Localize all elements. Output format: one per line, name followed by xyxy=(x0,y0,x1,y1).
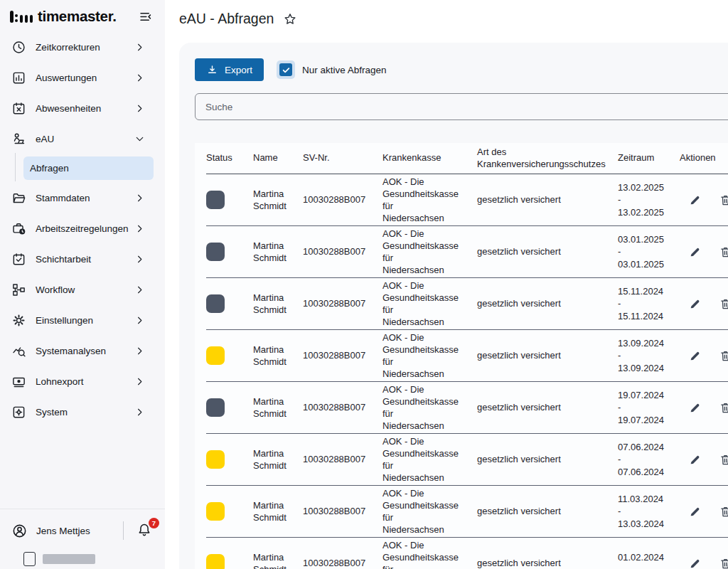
delete-icon[interactable] xyxy=(719,505,728,519)
cell-art: gesetzlich versichert xyxy=(477,505,618,517)
cell-zeitraum: 19.07.2024 - 19.07.2024 xyxy=(618,389,680,425)
briefcase-clock-icon xyxy=(11,221,26,236)
col-zeitraum: Zeitraum xyxy=(618,152,680,164)
notification-badge: 7 xyxy=(149,518,159,528)
col-name: Name xyxy=(253,152,303,164)
sidebar-item-einstellungen[interactable]: Einstellungen xyxy=(0,305,165,336)
gear-icon xyxy=(11,313,26,328)
check-icon xyxy=(282,65,291,75)
chevron-right-icon xyxy=(134,223,145,234)
cell-sv-nr: 10030288B007 xyxy=(303,245,382,257)
delete-icon[interactable] xyxy=(719,349,728,363)
table-row: Martina Schmidt 10030288B007 AOK - Die G… xyxy=(206,278,728,330)
timemaster-logo-icon xyxy=(10,10,33,23)
table-row: Martina Schmidt 10030288B007 AOK - Die G… xyxy=(206,226,728,278)
delete-icon[interactable] xyxy=(719,193,728,207)
sidebar-item-auswertungen[interactable]: Auswertungen xyxy=(0,63,165,93)
cell-krankenkasse: AOK - Die Gesundheitskasse für Niedersac… xyxy=(382,487,477,536)
chevron-right-icon xyxy=(134,407,145,418)
active-filter-checkbox[interactable]: Nur aktive Abfragen xyxy=(277,60,387,79)
status-badge xyxy=(206,294,225,313)
cell-zeitraum: 01.02.2024 - xyxy=(618,551,680,569)
delete-icon[interactable] xyxy=(719,245,728,259)
edit-icon[interactable] xyxy=(688,401,702,415)
chevron-right-icon xyxy=(134,193,145,203)
sidebar-item-stammdaten[interactable]: Stammdaten xyxy=(0,183,165,213)
col-krankenkasse: Krankenkasse xyxy=(382,152,477,164)
sidebar-item-lohnexport[interactable]: Lohnexport xyxy=(0,366,165,397)
cell-zeitraum: 13.09.2024 - 13.09.2024 xyxy=(618,337,680,373)
sidebar-item-label: Schichtarbeit xyxy=(36,254,134,265)
bell-icon[interactable]: 7 xyxy=(136,522,154,539)
cell-name: Martina Schmidt xyxy=(253,395,303,420)
edit-icon[interactable] xyxy=(688,297,702,311)
cell-krankenkasse: AOK - Die Gesundheitskasse für Niedersac… xyxy=(382,383,477,432)
sidebar-item-label: Auswertungen xyxy=(36,73,134,83)
cell-zeitraum: 03.01.2025 - 03.01.2025 xyxy=(618,233,680,270)
workflow-icon xyxy=(11,282,26,297)
page-header: eAU - Abfragen xyxy=(179,11,297,27)
sidebar-item-label: Workflow xyxy=(36,284,134,295)
sidebar-item-label: Zeitkorrekturen xyxy=(36,42,134,53)
clock-icon xyxy=(11,40,26,55)
cutoff-icon xyxy=(23,552,36,566)
status-badge xyxy=(206,450,225,469)
sidebar-item-schichtarbeit[interactable]: Schichtarbeit xyxy=(0,244,165,275)
sidebar-item-abfragen-active[interactable]: Abfragen xyxy=(23,156,154,180)
sidebar-submenu-eau: Abfragen xyxy=(0,154,165,183)
sidebar-item-system[interactable]: System xyxy=(0,397,165,427)
cell-name: Martina Schmidt xyxy=(253,344,303,368)
edit-icon[interactable] xyxy=(688,453,702,467)
sidebar-item-zeitkorrekturen[interactable]: Zeitkorrekturen xyxy=(0,32,165,63)
cell-art: gesetzlich versichert xyxy=(477,453,618,465)
delete-icon[interactable] xyxy=(719,401,728,415)
edit-icon[interactable] xyxy=(688,557,702,569)
col-art: Art des Krankenversicherungsschutzes xyxy=(477,147,618,171)
cell-art: gesetzlich versichert xyxy=(477,401,618,413)
search-input[interactable] xyxy=(195,93,728,120)
footer-divider xyxy=(123,521,124,540)
cell-sv-nr: 10030288B007 xyxy=(303,349,382,361)
sidebar-item-workflow[interactable]: Workflow xyxy=(0,275,165,305)
chevron-right-icon xyxy=(134,254,145,265)
cell-krankenkasse: AOK - Die Gesundheitskasse für Niedersac… xyxy=(382,331,477,381)
col-status: Status xyxy=(206,152,253,164)
edit-icon[interactable] xyxy=(688,505,702,519)
sidebar-item-label: Lohnexport xyxy=(36,376,134,387)
delete-icon[interactable] xyxy=(719,557,728,569)
sidebar: timemaster. Zeitkorrekturen Auswertungen… xyxy=(0,0,165,569)
cell-zeitraum: 15.11.2024 - 15.11.2024 xyxy=(618,285,680,321)
page-title: eAU - Abfragen xyxy=(179,11,274,27)
cell-krankenkasse: AOK - Die Gesundheitskasse für Niedersac… xyxy=(382,228,477,277)
status-badge xyxy=(206,502,225,521)
chart-search-icon xyxy=(11,344,26,358)
sidebar-item-label: Arbeitszeitregelungen xyxy=(36,223,134,234)
export-button[interactable]: Export xyxy=(195,58,264,81)
bar-chart-icon xyxy=(11,70,26,85)
edit-icon[interactable] xyxy=(688,349,702,363)
chevron-right-icon xyxy=(134,376,145,387)
checkbox-checked xyxy=(279,63,292,76)
chevron-right-icon xyxy=(134,284,145,295)
edit-icon[interactable] xyxy=(688,193,702,207)
delete-icon[interactable] xyxy=(719,453,728,467)
cell-zeitraum: 13.02.2025 - 13.02.2025 xyxy=(618,181,680,218)
sidebar-item-systemanalysen[interactable]: Systemanalysen xyxy=(0,336,165,366)
cell-name: Martina Schmidt xyxy=(253,292,303,316)
cell-sv-nr: 10030288B007 xyxy=(303,193,382,206)
cell-name: Martina Schmidt xyxy=(253,499,303,523)
delete-icon[interactable] xyxy=(719,297,728,311)
sidebar-item-arbeitszeitregelungen[interactable]: Arbeitszeitregelungen xyxy=(0,213,165,244)
sidebar-item-abwesenheiten[interactable]: Abwesenheiten xyxy=(0,93,165,124)
cell-krankenkasse: AOK - Die Gesundheitskasse für Niedersac… xyxy=(382,539,477,569)
star-icon[interactable] xyxy=(283,12,297,26)
sidebar-collapse-icon[interactable] xyxy=(139,10,152,23)
cell-krankenkasse: AOK - Die Gesundheitskasse für Niedersac… xyxy=(382,280,477,329)
edit-icon[interactable] xyxy=(688,245,702,259)
sidebar-item-eau[interactable]: eAU xyxy=(0,124,165,154)
col-aktionen: Aktionen xyxy=(680,152,728,164)
queries-table: Status Name SV-Nr. Krankenkasse Art des … xyxy=(195,143,728,569)
sidebar-item-label: Stammdaten xyxy=(36,193,134,203)
cell-zeitraum: 11.03.2024 - 13.03.2024 xyxy=(618,493,680,529)
user-menu[interactable]: Jens Mettjes 7 xyxy=(11,518,154,543)
